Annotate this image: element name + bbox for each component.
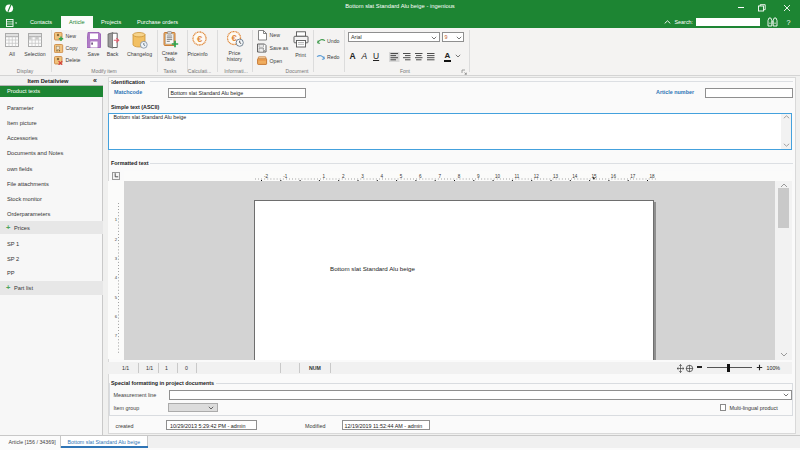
svg-text:1: 1 xyxy=(323,174,326,179)
svg-text:-1: -1 xyxy=(283,174,288,179)
svg-text:18: 18 xyxy=(649,174,655,179)
svg-text:-2: -2 xyxy=(264,174,269,179)
svg-text:6: 6 xyxy=(115,314,118,319)
svg-text:10: 10 xyxy=(495,174,501,179)
svg-text:4: 4 xyxy=(381,174,384,179)
svg-text:2: 2 xyxy=(342,174,345,179)
svg-text:13: 13 xyxy=(553,174,559,179)
svg-text:€: € xyxy=(197,32,203,43)
svg-text:12: 12 xyxy=(534,174,540,179)
svg-text:14: 14 xyxy=(572,174,578,179)
svg-text:6: 6 xyxy=(419,174,422,179)
svg-text:1: 1 xyxy=(115,217,118,222)
svg-text:9: 9 xyxy=(477,174,480,179)
svg-text:2: 2 xyxy=(115,237,118,242)
svg-text:17: 17 xyxy=(630,174,636,179)
svg-text:7: 7 xyxy=(115,333,118,338)
svg-text:8: 8 xyxy=(458,174,461,179)
svg-text:16: 16 xyxy=(611,174,617,179)
svg-text:5: 5 xyxy=(115,295,118,300)
svg-text:11: 11 xyxy=(515,174,520,179)
svg-text:4: 4 xyxy=(115,275,118,280)
svg-text:3: 3 xyxy=(115,256,118,261)
svg-text:3: 3 xyxy=(361,174,364,179)
svg-text:5: 5 xyxy=(400,174,403,179)
svg-text:7: 7 xyxy=(438,174,441,179)
